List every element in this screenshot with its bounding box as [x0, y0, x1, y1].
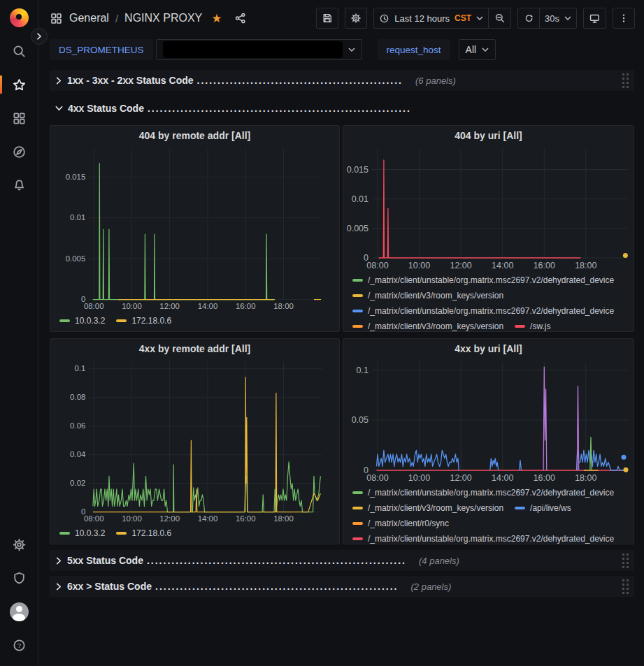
sidebar-expand-button[interactable] — [31, 28, 48, 45]
dashboard-content: 1xx - 3xx - 2xx Status Code ............… — [38, 63, 644, 666]
dashboard-main: General / NGINX PROXY ★ — [38, 0, 644, 666]
legend-item[interactable]: /api/live/ws — [515, 503, 571, 513]
svg-text:0.05: 0.05 — [352, 415, 368, 425]
svg-text:0.1: 0.1 — [357, 365, 368, 375]
tv-mode-button[interactable] — [583, 8, 606, 29]
avatar — [10, 602, 29, 621]
grafana-logo[interactable] — [10, 8, 29, 27]
star-icon — [12, 78, 27, 92]
chart-4xx-by-remote-addr[interactable]: 00.020.040.060.080.108:0010:0012:0014:00… — [50, 357, 339, 524]
svg-text:0.08: 0.08 — [70, 393, 85, 401]
refresh-button[interactable] — [517, 8, 540, 29]
row-leader-dots: ........................................… — [147, 555, 406, 566]
breadcrumb-folder[interactable]: General — [69, 12, 109, 24]
legend-item[interactable]: 10.0.3.2 — [59, 316, 105, 326]
svg-text:14:00: 14:00 — [198, 302, 218, 310]
svg-text:16:00: 16:00 — [534, 473, 555, 483]
share-icon[interactable] — [234, 12, 247, 24]
sidebar-item-alerting[interactable] — [0, 168, 38, 202]
chevron-right-icon — [55, 556, 63, 565]
sidebar-item-configuration[interactable] — [0, 528, 38, 561]
panel-title[interactable]: 404 by remote addr [All] — [50, 126, 339, 144]
row-drag-handle[interactable] — [621, 578, 630, 595]
legend-item[interactable]: /_matrix/client/unstable/org.matrix.msc2… — [352, 306, 614, 316]
refresh-icon — [523, 13, 534, 24]
kebab-menu-button[interactable] — [613, 8, 635, 29]
sidebar-item-server-admin[interactable] — [0, 561, 38, 595]
favorite-star-icon[interactable]: ★ — [211, 13, 222, 24]
time-range-picker[interactable]: Last 12 hours CST — [373, 8, 489, 29]
row-header-4xx[interactable]: 4xx Status Code ........................… — [50, 98, 634, 119]
svg-text:12:00: 12:00 — [159, 302, 180, 310]
svg-text:10:00: 10:00 — [408, 473, 430, 483]
zoom-out-time-button[interactable] — [489, 8, 511, 29]
legend-item[interactable]: /_matrix/client/unstable/org.matrix.msc2… — [352, 488, 614, 498]
legend-swatch — [352, 522, 363, 525]
panel-title[interactable]: 404 by uri [All] — [343, 126, 634, 144]
chart-4xx-by-uri[interactable]: 00.050.108:0010:0012:0014:0016:0018:00 — [343, 357, 634, 484]
chart-legend: /_matrix/client/unstable/org.matrix.msc2… — [343, 271, 634, 331]
legend-item[interactable]: 172.18.0.6 — [116, 528, 171, 538]
sidebar-item-starred[interactable] — [0, 68, 38, 101]
svg-text:?: ? — [17, 641, 21, 649]
legend-label: /api/live/ws — [530, 503, 571, 513]
legend-item[interactable]: /_matrix/client/v3/room_keys/version — [352, 321, 503, 331]
legend-item[interactable]: /_matrix/client/v3/room_keys/version — [352, 503, 503, 513]
row-title: 5xx Status Code — [67, 555, 143, 566]
variable-value-request-host[interactable]: All — [459, 39, 496, 60]
row-drag-handle[interactable] — [621, 552, 630, 570]
refresh-interval-picker[interactable]: 30s — [540, 8, 577, 29]
svg-text:12:00: 12:00 — [450, 261, 471, 270]
grafana-app: ? General / NGINX PROXY ★ — [0, 0, 644, 666]
row-panel-count: (2 panels) — [411, 581, 452, 592]
time-series-chart: 00.0050.010.01508:0010:0012:0014:0016:00… — [50, 144, 339, 312]
sidebar-item-dashboards[interactable] — [0, 101, 38, 135]
legend-item[interactable]: 10.0.3.2 — [59, 528, 105, 538]
variable-value-ds-prometheus[interactable] — [156, 39, 362, 60]
svg-text:0.005: 0.005 — [66, 254, 86, 263]
chevron-down-icon — [476, 16, 483, 20]
legend-item[interactable]: /_matrix/client/unstable/org.matrix.msc2… — [352, 275, 614, 285]
svg-text:14:00: 14:00 — [492, 261, 513, 270]
legend-label: /sw.js — [530, 321, 550, 331]
save-dashboard-button[interactable] — [316, 8, 338, 29]
gear-icon — [350, 13, 362, 24]
row-drag-handle[interactable] — [621, 72, 630, 89]
legend-item[interactable]: /_matrix/client/r0/sync — [352, 519, 449, 528]
legend-swatch — [116, 319, 127, 322]
legend-label: 172.18.0.6 — [131, 316, 171, 326]
panel-title[interactable]: 4xx by remote addr [All] — [50, 339, 339, 357]
legend-item[interactable]: 172.18.0.6 — [116, 316, 171, 326]
sidebar-item-help[interactable]: ? — [0, 628, 38, 662]
svg-text:0.015: 0.015 — [347, 165, 368, 175]
chart-404-by-remote-addr[interactable]: 00.0050.010.01508:0010:0012:0014:0016:00… — [50, 144, 339, 312]
svg-text:14:00: 14:00 — [198, 514, 218, 523]
legend-swatch — [352, 279, 363, 282]
save-icon — [322, 13, 333, 24]
legend-row: /_matrix/client/unstable/org.matrix.msc2… — [352, 273, 629, 288]
row-header-1xx-3xx-2xx[interactable]: 1xx - 3xx - 2xx Status Code ............… — [50, 70, 634, 91]
dashboard-settings-button[interactable] — [345, 8, 367, 29]
time-series-chart: 00.050.108:0010:0012:0014:0016:0018:00 — [343, 357, 634, 484]
svg-text:08:00: 08:00 — [366, 261, 388, 270]
svg-text:10:00: 10:00 — [408, 261, 430, 270]
variable-label-ds-prometheus[interactable]: DS_PROMETHEUS — [50, 39, 153, 60]
panel-title[interactable]: 4xx by uri [All] — [343, 339, 634, 357]
row-header-6xx[interactable]: 6xx > Status Code ......................… — [50, 576, 634, 597]
svg-text:08:00: 08:00 — [84, 302, 104, 310]
legend-item[interactable]: /_matrix/client/unstable/org.matrix.msc2… — [352, 534, 614, 544]
variable-label-request-host[interactable]: request_host — [378, 39, 450, 60]
time-range-label: Last 12 hours — [394, 13, 450, 24]
legend-swatch — [352, 491, 363, 494]
legend-swatch — [352, 507, 363, 509]
chevron-right-icon — [55, 76, 63, 85]
variables-submenu: DS_PROMETHEUS request_host All — [38, 36, 644, 63]
legend-swatch — [352, 325, 363, 328]
sidebar-item-profile[interactable] — [0, 595, 38, 628]
legend-item[interactable]: /_matrix/client/v3/room_keys/version — [352, 291, 503, 301]
row-header-5xx[interactable]: 5xx Status Code ........................… — [50, 550, 634, 571]
legend-item[interactable]: /sw.js — [515, 321, 550, 331]
breadcrumb: General / NGINX PROXY ★ — [50, 12, 247, 25]
chart-404-by-uri[interactable]: 00.0050.010.01508:0010:0012:0014:0016:00… — [343, 144, 634, 271]
sidebar-item-explore[interactable] — [0, 135, 38, 168]
